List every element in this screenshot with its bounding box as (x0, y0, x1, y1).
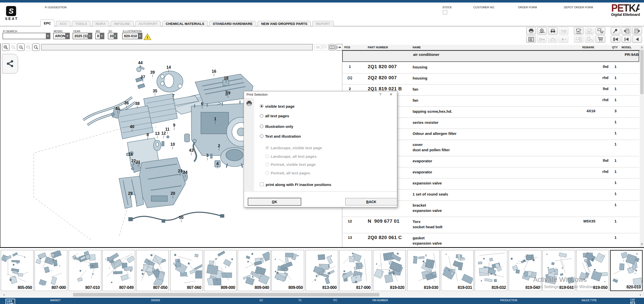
thumbnail-809-040[interactable]: 809-040 (238, 250, 270, 291)
thumbnail-diagram (137, 251, 168, 285)
print-button[interactable] (526, 27, 536, 34)
callout-11[interactable]: 11 (165, 127, 170, 131)
chevron-down-icon[interactable]: ▼ (88, 33, 92, 39)
thumbnail-807-010[interactable]: 807-010 (69, 250, 101, 291)
first-page-button[interactable] (611, 35, 620, 43)
callout-50[interactable]: 50 (179, 215, 183, 220)
thumbnail-819-030[interactable]: 819-030 (407, 250, 440, 291)
thumbnail-809-050[interactable]: 809-050 (271, 250, 304, 291)
elsa-button[interactable]: ELSA (574, 27, 584, 34)
callout-38[interactable]: 38 (135, 101, 140, 106)
thumbnail-813-000[interactable]: 813-000 (305, 250, 338, 291)
scroll-down-icon[interactable]: ∨ (640, 242, 644, 246)
callout-18[interactable]: 18 (224, 76, 228, 80)
back-button[interactable] (632, 35, 642, 43)
callout-12[interactable]: 12 (161, 131, 166, 135)
thumbnail-819-032[interactable]: 819-032 (475, 250, 507, 291)
scroll-up-icon[interactable]: ∧ (640, 45, 644, 49)
tab-chemical-materials[interactable]: CHEMICAL MATERIALS (162, 21, 208, 26)
wheel-order-button[interactable] (537, 27, 547, 34)
radio-visible-text-page[interactable] (260, 104, 263, 108)
thumbnail-819-031[interactable]: 819-031 (441, 250, 474, 291)
tab-standard-hardware[interactable]: STANDARD HARDWARE (209, 21, 256, 26)
tab-epc[interactable]: EPC (40, 20, 54, 26)
callout-19[interactable]: 19 (226, 91, 230, 95)
dialog-close-button[interactable]: ✕ (388, 92, 394, 96)
callout-16[interactable]: 16 (212, 69, 216, 73)
year-select[interactable]: 2025 (S)▼ (73, 33, 92, 39)
thumbnail-819-020[interactable]: 819-020 (373, 250, 406, 291)
thumbnail-805-050[interactable]: 805-050 (1, 250, 34, 291)
callout-14[interactable]: 14 (166, 65, 171, 69)
stock-checkbox[interactable] (443, 10, 447, 14)
thumbnail-807-060[interactable]: 807-060 (170, 250, 203, 291)
radio-illustration-only[interactable] (260, 125, 263, 128)
tab-new-and-dropped-parts[interactable]: NEW AND DROPPED PARTS (258, 21, 311, 26)
back-button[interactable]: BACK (345, 198, 397, 205)
callout-6[interactable]: 6 (201, 102, 203, 106)
callout-10[interactable]: 10 (170, 142, 175, 146)
callout-23[interactable]: 23 (178, 169, 182, 173)
petka-wordmark: PETKA (611, 4, 639, 13)
callout-20[interactable]: 20 (171, 191, 175, 196)
sg-select[interactable]: 20▼ (108, 33, 117, 39)
chevron-down-icon[interactable]: ▼ (114, 33, 117, 39)
chevron-down-icon[interactable]: ▼ (65, 33, 69, 39)
table-scrollbar-thumb[interactable] (640, 50, 643, 94)
chevron-down-icon[interactable]: ▼ (138, 33, 142, 39)
callout-9[interactable]: 9 (173, 123, 175, 127)
callout-7[interactable]: 7 (172, 94, 175, 98)
callout-13[interactable]: 13 (155, 131, 160, 136)
callout-35[interactable]: 35 (153, 89, 157, 93)
table-row-group[interactable]: air conditionerPR:9AB (342, 50, 639, 62)
page-back-button[interactable] (622, 27, 631, 34)
thumbnail-807-000[interactable]: 807-000 (35, 250, 67, 291)
monitor-cart-button[interactable] (596, 27, 605, 34)
cart-button[interactable] (596, 35, 605, 43)
binoculars-search-button[interactable] (548, 27, 558, 34)
thumbnail-809-000[interactable]: 809-000 (204, 250, 237, 291)
callout-4[interactable]: 4 (217, 162, 219, 166)
callout-44[interactable]: 44 (138, 61, 143, 65)
radio-all-text-pages[interactable] (260, 114, 263, 118)
callout-29[interactable]: 29 (128, 191, 133, 196)
fi-search-input[interactable]: ▼ (3, 33, 50, 39)
callout-21[interactable]: 21 (136, 160, 140, 164)
table-row[interactable]: (1)2Q2 820 007housingrhd1 (342, 73, 639, 84)
callout-37[interactable]: 37 (141, 75, 145, 79)
page-forward-button[interactable] (632, 27, 642, 34)
callout-1[interactable]: 1 (214, 117, 217, 121)
thumbnail-807-050[interactable]: 807-050 (136, 250, 169, 291)
callout-8[interactable]: 8 (147, 133, 149, 137)
thumbnail-820-010[interactable]: 820-010 (610, 250, 643, 291)
callout-3[interactable]: 3 (206, 153, 209, 158)
radio-text-and-illustration[interactable] (260, 134, 263, 138)
callout-41[interactable]: 41 (115, 106, 120, 111)
dialog-help-button[interactable]: ? (378, 92, 383, 96)
table-row[interactable]: 12Q1 820 007housinglhd1 (342, 62, 639, 73)
fi-inactive-checkbox[interactable] (260, 182, 264, 186)
scroll-left-icon[interactable]: ‹ (4, 293, 5, 297)
thumbnail-807-049[interactable]: 807-049 (102, 250, 135, 291)
model-select[interactable]: ARON▼ (53, 33, 70, 39)
mg-select[interactable]: 8▼ (95, 33, 104, 39)
callout-15[interactable]: 15 (128, 152, 133, 157)
callout-39[interactable]: 39 (150, 70, 155, 74)
callout-36[interactable]: 36 (124, 101, 129, 105)
scroll-right-icon[interactable]: › (640, 293, 641, 297)
callout-24[interactable]: 24 (183, 170, 188, 174)
chevron-down-icon[interactable]: ▼ (46, 33, 50, 39)
chevron-down-icon[interactable]: ▼ (100, 33, 104, 39)
pin-button[interactable] (611, 27, 620, 34)
callout-22[interactable]: 22 (131, 159, 136, 163)
table-row[interactable]: 12N 909 677 01Torxsocket head boltM5X351 (342, 217, 639, 233)
illustration-select[interactable]: 820-010▼ (122, 33, 142, 39)
thumbnail-scrollbar-thumb[interactable] (73, 293, 379, 296)
callout-40[interactable]: 40 (130, 125, 134, 129)
thumbnail-817-000[interactable]: 817-000 (339, 250, 372, 291)
callout-2[interactable]: 2 (218, 144, 220, 148)
prev-page-button[interactable] (622, 35, 631, 43)
callout-43[interactable]: 43 (189, 148, 194, 153)
parts-list-button[interactable] (526, 35, 536, 43)
ok-button[interactable]: OK (248, 198, 301, 205)
